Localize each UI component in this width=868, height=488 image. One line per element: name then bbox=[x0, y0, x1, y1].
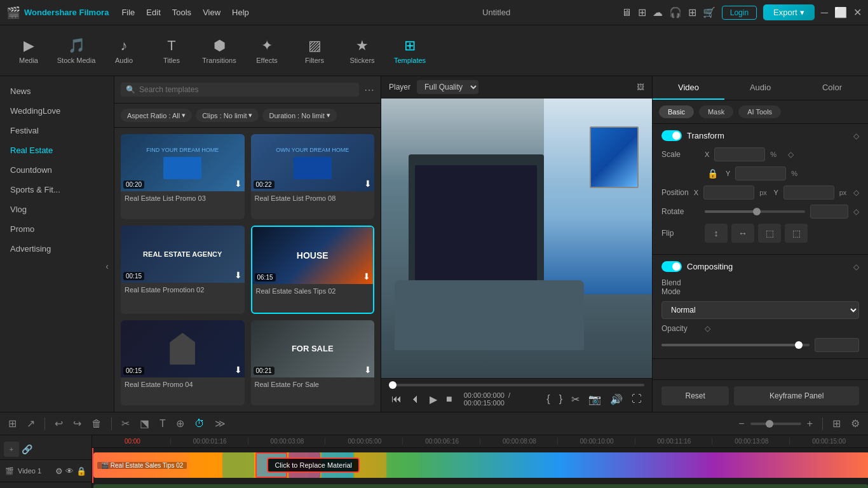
blend-mode-select[interactable]: Normal bbox=[661, 301, 859, 319]
sidebar-item-promo[interactable]: Promo bbox=[0, 219, 114, 239]
login-button[interactable]: Login bbox=[722, 6, 757, 20]
audio-clip[interactable]: ♪♪♪♪♪♪♪♪♪♪♪♪♪♪♪♪♪♪♪♪♪♪ bbox=[93, 484, 868, 488]
download-icon[interactable]: ⬇ bbox=[364, 365, 372, 375]
mark-out-button[interactable]: } bbox=[557, 392, 565, 406]
transform-toggle[interactable] bbox=[661, 130, 682, 141]
menu-help[interactable]: Help bbox=[232, 8, 249, 17]
maximize-button[interactable]: ⬜ bbox=[834, 6, 847, 18]
apps-icon[interactable]: ⊞ bbox=[688, 6, 696, 18]
stop-button[interactable]: ■ bbox=[444, 392, 455, 406]
position-y-input[interactable]: 0.00 bbox=[783, 186, 834, 200]
template-item-selected[interactable]: HOUSE 06:15 ⬇ Real Estate Sales Tips 02 bbox=[251, 226, 375, 313]
opacity-thumb[interactable] bbox=[795, 341, 803, 349]
template-item[interactable]: OWN YOUR DREAM HOME 00:22 ⬇ Real Estate … bbox=[251, 134, 375, 219]
tool-templates[interactable]: ⊞ Templates bbox=[388, 29, 432, 73]
compositing-keyframe-icon[interactable]: ◇ bbox=[853, 262, 859, 271]
subtab-basic[interactable]: Basic bbox=[659, 105, 694, 118]
timeline-undo-button[interactable]: ↩ bbox=[51, 416, 66, 431]
menu-file[interactable]: File bbox=[121, 8, 135, 17]
subtab-ai-tools[interactable]: AI Tools bbox=[738, 105, 781, 118]
timeline-redo-button[interactable]: ↪ bbox=[70, 416, 85, 431]
grid-icon[interactable]: ⊞ bbox=[638, 6, 646, 18]
tool-transitions[interactable]: ⬢ Transitions bbox=[197, 29, 241, 73]
video-clip[interactable]: 🎬 Real Estate Sales Tips 02 Click to Rep… bbox=[93, 452, 868, 478]
subtab-mask[interactable]: Mask bbox=[699, 105, 733, 118]
rotate-input[interactable]: 0.00° bbox=[810, 205, 848, 219]
download-icon[interactable]: ⬇ bbox=[234, 270, 242, 280]
tool-stickers[interactable]: ★ Stickers bbox=[340, 29, 384, 73]
compositing-toggle[interactable] bbox=[661, 261, 682, 272]
template-item[interactable]: REAL ESTATE AGENCY 00:15 ⬇ Real Estate P… bbox=[121, 226, 245, 313]
timeline-timer-button[interactable]: ⏱ bbox=[191, 417, 208, 431]
lock-icon[interactable]: 🔒 bbox=[707, 168, 718, 179]
replace-material-tooltip[interactable]: Click to Replace Material bbox=[267, 458, 360, 473]
skip-back-button[interactable]: ⏮ bbox=[389, 392, 404, 406]
opacity-keyframe-icon[interactable]: ◇ bbox=[705, 324, 710, 333]
tab-video[interactable]: Video bbox=[653, 76, 724, 100]
menu-edit[interactable]: Edit bbox=[146, 8, 160, 17]
track-lock-icon[interactable]: 🔒 bbox=[76, 466, 86, 476]
tab-color[interactable]: Color bbox=[796, 76, 868, 100]
tool-media[interactable]: ▶ Media bbox=[6, 29, 51, 73]
position-keyframe-icon[interactable]: ◇ bbox=[853, 188, 859, 197]
flip-option4-button[interactable]: ⬚ bbox=[785, 224, 808, 243]
settings-button[interactable]: ⚙ bbox=[848, 416, 863, 431]
template-item[interactable]: 00:15 ⬇ Real Estate Promo 04 bbox=[121, 320, 245, 405]
sidebar-item-realestate[interactable]: Real Estate bbox=[0, 140, 114, 160]
opacity-input[interactable]: 100.00 bbox=[815, 338, 859, 352]
close-button[interactable]: ✕ bbox=[853, 6, 862, 18]
search-box[interactable]: 🔍 bbox=[121, 83, 359, 97]
track-settings-icon[interactable]: ⚙ bbox=[55, 466, 63, 476]
track-eye-icon[interactable]: 👁 bbox=[65, 466, 74, 476]
sidebar-collapse-button[interactable]: ‹ bbox=[105, 261, 109, 271]
duration-filter[interactable]: Duration : No limit ▾ bbox=[262, 109, 336, 122]
timeline-cut-button[interactable]: ✂ bbox=[118, 416, 133, 431]
clips-filter[interactable]: Clips : No limit ▾ bbox=[196, 109, 259, 122]
export-button[interactable]: Export ▾ bbox=[763, 4, 815, 20]
play-button[interactable]: ▶ bbox=[427, 392, 440, 407]
zoom-slider[interactable] bbox=[750, 423, 801, 425]
timeline-crop-button[interactable]: ⬔ bbox=[137, 416, 153, 431]
download-icon[interactable]: ⬇ bbox=[364, 179, 372, 189]
clip-button[interactable]: ✂ bbox=[569, 392, 582, 407]
quality-select[interactable]: Full Quality bbox=[417, 80, 478, 94]
menu-tools[interactable]: Tools bbox=[172, 8, 191, 17]
monitor-icon[interactable]: 🖥 bbox=[621, 7, 632, 18]
template-item[interactable]: FOR SALE 00:21 ⬇ Real Estate For Sale bbox=[251, 320, 375, 405]
sidebar-item-news[interactable]: News bbox=[0, 81, 114, 101]
tab-audio[interactable]: Audio bbox=[724, 76, 796, 100]
timeline-scrubber[interactable] bbox=[389, 384, 644, 386]
zoom-in-button[interactable]: + bbox=[804, 417, 816, 431]
menu-view[interactable]: View bbox=[203, 8, 220, 17]
flip-option3-button[interactable]: ⬚ bbox=[758, 224, 781, 243]
keyframe-panel-button[interactable]: Keyframe Panel bbox=[734, 386, 859, 405]
sidebar-item-festival[interactable]: Festival bbox=[0, 121, 114, 140]
timeline-select-button[interactable]: ↗ bbox=[24, 416, 38, 431]
cloud-icon[interactable]: ☁ bbox=[653, 6, 663, 18]
zoom-thumb[interactable] bbox=[766, 420, 773, 428]
tool-audio[interactable]: ♪ Audio bbox=[102, 29, 146, 73]
tool-stock-media[interactable]: 🎵 Stock Media bbox=[54, 29, 98, 73]
opacity-slider[interactable] bbox=[661, 344, 810, 346]
scale-x-input[interactable]: 100.00 bbox=[714, 147, 765, 161]
search-input[interactable] bbox=[139, 85, 354, 94]
scale-y-input[interactable]: 100.00 bbox=[735, 166, 786, 180]
mark-in-button[interactable]: { bbox=[544, 392, 552, 406]
zoom-out-button[interactable]: − bbox=[735, 417, 747, 431]
position-x-input[interactable]: 0.00 bbox=[703, 186, 754, 200]
minimize-button[interactable]: ─ bbox=[821, 7, 828, 18]
more-options-button[interactable]: ⋯ bbox=[364, 84, 374, 96]
download-icon[interactable]: ⬇ bbox=[234, 179, 242, 189]
add-track-button[interactable]: + bbox=[4, 442, 19, 457]
fullscreen-button[interactable]: ⛶ bbox=[629, 392, 644, 406]
sidebar-item-weddinglove[interactable]: WeddingLove bbox=[0, 101, 114, 121]
cart-icon[interactable]: 🛒 bbox=[703, 6, 715, 18]
template-item[interactable]: FIND YOUR DREAM HOME 00:20 ⬇ Real Estate… bbox=[121, 134, 245, 219]
download-icon[interactable]: ⬇ bbox=[234, 365, 242, 375]
tool-effects[interactable]: ✦ Effects bbox=[245, 29, 289, 73]
tool-titles[interactable]: T Titles bbox=[149, 29, 194, 73]
scale-keyframe-icon[interactable]: ◇ bbox=[788, 150, 794, 159]
rotate-keyframe-icon[interactable]: ◇ bbox=[853, 207, 859, 216]
rotate-slider[interactable] bbox=[705, 210, 805, 213]
sidebar-item-advertising[interactable]: Advertising bbox=[0, 239, 114, 259]
